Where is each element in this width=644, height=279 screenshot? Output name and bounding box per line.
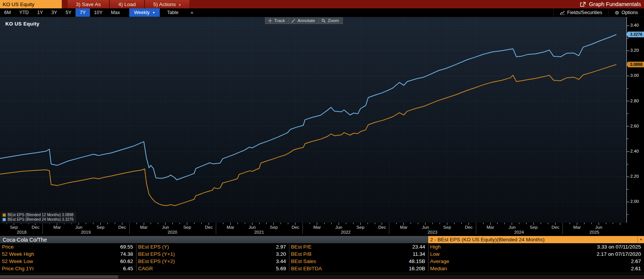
stat-value: 16.20B — [409, 266, 428, 271]
stats-row: Median2.61 — [428, 265, 644, 272]
x-axis-month-label: Mar — [140, 225, 148, 230]
chart-area: KO US Equity Track Annotate Zoom 2.002.2… — [0, 17, 644, 236]
gear-icon: ⚙ — [615, 10, 619, 16]
x-axis-month-label: Dec — [292, 225, 299, 230]
x-axis-month-label: Dec — [465, 225, 472, 230]
x-axis-tick — [497, 223, 498, 224]
price-chart[interactable] — [0, 17, 626, 223]
x-axis-month-label: Dec — [378, 225, 386, 230]
x-axis-tick — [223, 223, 223, 224]
x-axis-month-label: Jun — [595, 225, 602, 230]
horizontal-scrollbar[interactable] — [0, 275, 644, 279]
y-axis-tick — [627, 76, 630, 76]
x-axis-tick — [461, 223, 462, 224]
y-axis-label: 3.00 — [630, 73, 644, 78]
app-title: Graph Fundamentals — [589, 1, 641, 7]
y-axis-tick — [627, 51, 630, 51]
stats-grid: Price69.5552 Week High74.3852 Week Low60… — [0, 243, 644, 272]
x-axis-tick — [238, 223, 238, 224]
x-axis-month-label: Jun — [249, 225, 256, 230]
stats-row: BEst P/E23.44 — [289, 243, 428, 250]
x-axis-year-separator — [389, 223, 389, 234]
divider — [0, 273, 644, 273]
export-icon[interactable] — [580, 2, 586, 7]
y-axis-tick — [627, 177, 630, 177]
zoom-button[interactable]: Zoom — [318, 18, 342, 24]
crosshair-icon — [268, 19, 272, 23]
stat-value: 11.34 — [413, 251, 428, 257]
options-label: Options — [622, 10, 638, 15]
graph-fundamentals-window: KO US Equity 3) Save As 4) Load 5) Actio… — [0, 0, 644, 279]
options-button[interactable]: ⚙ Options — [608, 8, 644, 17]
range-button-1y[interactable]: 1Y — [33, 8, 47, 17]
load-button[interactable]: 4) Load — [109, 0, 145, 8]
stat-value: 69.55 — [120, 244, 136, 250]
y-axis-tick — [627, 38, 628, 38]
stat-label: High — [428, 244, 441, 250]
fields-securities-button[interactable]: Fields/Securities — [553, 8, 609, 17]
track-label: Track — [274, 18, 285, 23]
collapse-button[interactable]: « — [186, 8, 198, 17]
selected-series-header[interactable]: 2 - BEst EPS (KO US Equity)(Blended 24 M… — [428, 236, 638, 243]
x-axis-year-label: 2020 — [167, 230, 177, 234]
range-button-10y[interactable]: 10Y — [90, 8, 107, 17]
x-axis-tick — [606, 223, 606, 224]
stats-row: BEst EPS (Y)2.97 — [136, 243, 289, 250]
x-axis-tick — [151, 223, 151, 224]
range-button-6m[interactable]: 6M — [0, 8, 15, 17]
range-button-7y[interactable]: 7Y — [75, 8, 90, 17]
x-axis-tick — [288, 223, 288, 224]
x-axis-tick — [440, 223, 440, 224]
x-axis-year-separator — [302, 223, 303, 234]
x-axis-tick — [504, 223, 505, 224]
series-dropdown-button[interactable]: ▼ — [638, 236, 644, 243]
x-axis-tick — [483, 223, 483, 224]
security-tab[interactable]: KO US Equity — [0, 0, 62, 8]
legend-label: BEst EPS (Blended 24 Months) 3.3276 — [8, 217, 74, 222]
stat-value: 3.33 on 07/11/2025 — [597, 244, 644, 250]
range-button-5y[interactable]: 5Y — [61, 8, 75, 17]
stat-label: BEst P/B — [289, 251, 312, 257]
scrollbar-thumb[interactable] — [0, 275, 118, 279]
plot-background — [0, 17, 626, 223]
period-label: Weekly — [134, 10, 149, 15]
save-as-button[interactable]: 3) Save As — [67, 0, 109, 8]
x-axis-month-label: Dec — [205, 225, 212, 230]
legend-item: BEst EPS (Blended 12 Months) 3.0898 — [3, 213, 74, 217]
toolbar: 6MYTD1Y3Y5Y7Y10YMax Weekly▼ Table « Fiel… — [0, 8, 644, 17]
track-button[interactable]: Track — [265, 18, 288, 24]
x-axis-tick — [93, 223, 93, 224]
stat-value: 74.38 — [120, 251, 136, 257]
period-dropdown[interactable]: Weekly▼ — [129, 8, 160, 17]
legend-swatch — [3, 218, 6, 221]
stats-column-2: BEst EPS (Y)2.97BEst EPS (Y+1)3.20BEst E… — [136, 243, 289, 272]
x-axis-month-label: Sep — [530, 225, 538, 230]
stat-label: Median — [428, 266, 447, 271]
legend-swatch — [3, 214, 6, 217]
stat-label: BEst Sales — [289, 258, 316, 264]
selected-series-label: 2 - BEst EPS (KO US Equity)(Blended 24 M… — [430, 237, 544, 242]
stat-label: BEst EPS (Y) — [136, 244, 169, 250]
x-axis-month-label: Sep — [357, 225, 364, 230]
x-axis-year-label: 2023 — [427, 230, 437, 234]
range-button-3y[interactable]: 3Y — [47, 8, 61, 17]
x-axis-month-label: Jun — [162, 225, 169, 230]
last-value-badge-24m: 3.3276 — [628, 32, 644, 37]
stats-row: CAGR5.69 — [136, 265, 289, 272]
y-axis-tick — [627, 26, 630, 26]
range-button-ytd[interactable]: YTD — [15, 8, 33, 17]
y-axis-tick — [627, 113, 628, 114]
badge-arrow — [626, 32, 628, 37]
annotate-button[interactable]: Annotate — [288, 18, 318, 24]
y-axis-label: 2.40 — [630, 149, 644, 153]
y-axis-tick — [627, 164, 628, 164]
stats-row: BEst EPS (Y+2)3.44 — [136, 258, 289, 265]
y-axis-label: 3.20 — [630, 48, 644, 53]
x-axis-month-label: Mar — [227, 225, 234, 230]
table-button[interactable]: Table — [162, 8, 183, 17]
chart-lines-icon — [560, 11, 565, 15]
x-axis-year-separator — [42, 223, 43, 234]
actions-button[interactable]: 5) Actions▼ — [145, 0, 190, 8]
stats-row: 52 Week High74.38 — [0, 250, 136, 258]
range-button-max[interactable]: Max — [107, 8, 124, 17]
